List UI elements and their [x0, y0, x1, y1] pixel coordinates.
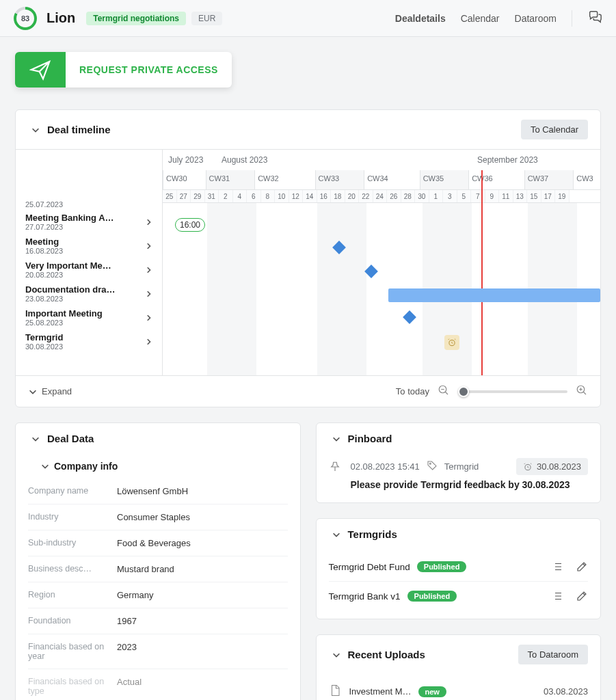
day-label: 29: [191, 190, 205, 202]
expand-button[interactable]: Expand: [28, 386, 72, 396]
timeline-chip[interactable]: 16:00: [175, 218, 205, 232]
list-icon[interactable]: [551, 590, 563, 602]
request-access-card[interactable]: REQUEST PRIVATE ACCESS: [15, 52, 232, 88]
uploads-title: Recent Uploads: [348, 649, 425, 660]
day-label: 1: [429, 190, 444, 202]
timeline-item[interactable]: Documentation dra…23.08.2023: [25, 282, 152, 306]
timeline-item[interactable]: Termgrid30.08.2023: [25, 329, 152, 353]
status-pill: Published: [417, 561, 467, 572]
chevron-down-icon[interactable]: [28, 125, 43, 135]
day-label: 26: [387, 190, 401, 202]
kv-business: Business desc…Mustard brand: [28, 556, 288, 582]
day-label: 2: [219, 190, 233, 202]
day-label: 20: [345, 190, 360, 202]
week-label: CW37: [524, 170, 574, 189]
timeline-item[interactable]: Meeting16.08.2023: [25, 234, 152, 258]
termgrid-row[interactable]: Termgrid Debt Fund Published: [329, 552, 589, 582]
pinboard-title: Pinboard: [348, 433, 392, 444]
kv-company-name: Company nameLöwensenf GmbH: [28, 479, 288, 504]
nav-deal-details[interactable]: Dealdetails: [395, 13, 446, 24]
deal-timeline-card: Deal timeline To Calendar 25.07.2023 Mee…: [15, 109, 601, 407]
timeline-item[interactable]: Meeting Banking A…27.07.2023: [25, 210, 152, 234]
day-label: 8: [261, 190, 276, 202]
timeline-item[interactable]: Very Important Me…20.08.2023: [25, 258, 152, 282]
day-label: 19: [555, 190, 570, 202]
timeline-item[interactable]: Important Meeting25.08.2023: [25, 306, 152, 329]
timeline-weeks: CW30CW31CW32CW33CW34CW35CW36CW37CW3: [163, 170, 600, 189]
month-label: July 2023: [168, 155, 203, 165]
timeline-first-date: 25.07.2023: [25, 200, 152, 208]
deal-score-ring: 83: [14, 7, 37, 30]
new-pill: new: [418, 686, 446, 697]
chevron-right-icon: [146, 242, 152, 250]
chevron-down-icon[interactable]: [329, 434, 344, 444]
timeline-grid: 04.09. 16:00: [163, 203, 600, 375]
day-label: 18: [331, 190, 345, 202]
upload-row[interactable]: Investment M… new 03.08.2023: [329, 677, 589, 700]
edit-icon[interactable]: [576, 590, 588, 602]
chevron-right-icon: [146, 338, 152, 346]
chat-icon[interactable]: [587, 10, 602, 27]
day-label: 15: [527, 190, 541, 202]
day-label: 3: [443, 190, 457, 202]
chevron-down-icon[interactable]: [38, 461, 53, 471]
day-label: 31: [205, 190, 219, 202]
chevron-down-icon[interactable]: [329, 530, 344, 539]
week-label: CW36: [468, 170, 524, 189]
week-label: CW32: [254, 170, 314, 189]
diamond-icon[interactable]: [403, 310, 416, 324]
edit-icon[interactable]: [576, 561, 588, 573]
day-label: 22: [359, 190, 373, 202]
day-label: 27: [177, 190, 191, 202]
timeline-bar[interactable]: [388, 288, 600, 302]
timeline-footer: Expand To today: [16, 375, 600, 407]
week-label: CW3: [573, 170, 600, 189]
to-calendar-button[interactable]: To Calendar: [521, 120, 588, 139]
kv-region: RegionGermany: [28, 582, 288, 608]
day-label: 11: [499, 190, 513, 202]
day-label: 7: [471, 190, 485, 202]
currency-tag[interactable]: EUR: [191, 12, 222, 25]
alarm-icon[interactable]: [444, 335, 459, 350]
day-label: 6: [247, 190, 261, 202]
day-label: 9: [485, 190, 500, 202]
zoom-slider[interactable]: [458, 390, 567, 393]
stage-tag[interactable]: Termgrid negotiations: [86, 12, 186, 25]
chevron-down-icon[interactable]: [28, 434, 43, 444]
pin-icon: [329, 458, 341, 475]
day-label: 24: [373, 190, 388, 202]
diamond-icon[interactable]: [364, 265, 378, 278]
week-label: CW33: [315, 170, 364, 189]
deal-score: 83: [16, 10, 34, 27]
timeline-item-list: 25.07.2023 Meeting Banking A…27.07.2023 …: [16, 150, 163, 375]
tag-icon: [427, 460, 438, 473]
pin-tag: Termgrid: [444, 461, 479, 472]
to-dataroom-button[interactable]: To Dataroom: [518, 645, 588, 664]
day-label: 16: [317, 190, 332, 202]
nav-dataroom[interactable]: Dataroom: [515, 13, 557, 24]
nav-calendar[interactable]: Calendar: [461, 13, 500, 24]
chevron-right-icon: [146, 266, 152, 274]
day-label: 4: [233, 190, 247, 202]
chevron-right-icon: [146, 314, 152, 322]
termgrid-row[interactable]: Termgrid Bank v1 Published: [329, 582, 589, 610]
paper-plane-icon: [15, 52, 66, 88]
list-icon[interactable]: [551, 561, 563, 573]
week-label: CW31: [206, 170, 255, 189]
day-label: 14: [303, 190, 317, 202]
day-label: 5: [457, 190, 472, 202]
kv-foundation: Foundation1967: [28, 608, 288, 634]
to-today-button[interactable]: To today: [396, 386, 429, 396]
pinboard-item[interactable]: 02.08.2023 15:41 Termgrid 30.08.2023 Ple…: [329, 458, 589, 490]
slider-thumb[interactable]: [458, 386, 469, 397]
kv-fin-year: Financials based on year2023: [28, 634, 288, 669]
week-label: CW30: [163, 170, 206, 189]
deal-name: Lion: [46, 10, 75, 26]
today-indicator: 04.09.: [481, 170, 483, 375]
chevron-down-icon[interactable]: [329, 650, 344, 660]
kv-subindustry: Sub-industryFood & Beverages: [28, 530, 288, 556]
zoom-out-icon[interactable]: [438, 384, 450, 399]
document-icon: [329, 684, 341, 699]
zoom-in-icon[interactable]: [576, 384, 588, 399]
termgrids-title: Termgrids: [348, 528, 397, 540]
